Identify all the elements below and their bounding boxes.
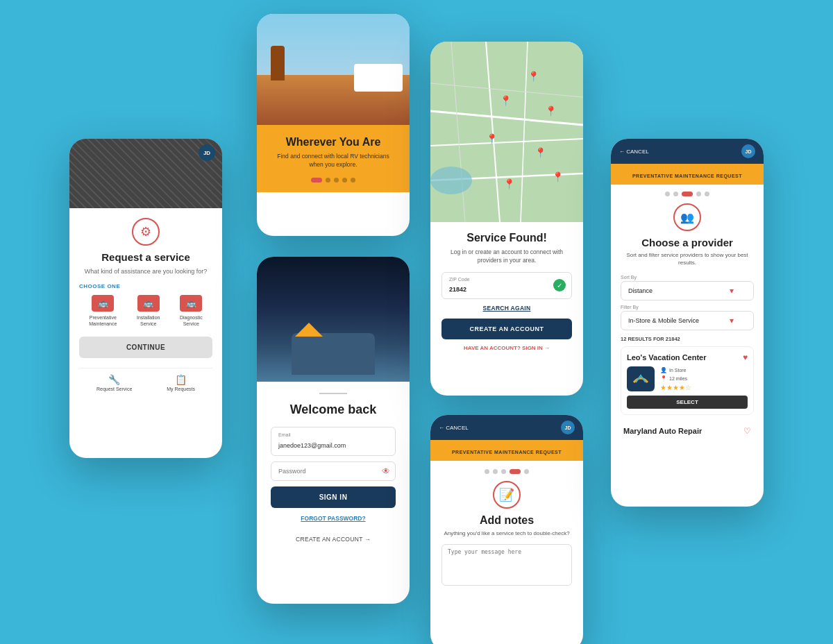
notes-dot-4[interactable] (510, 469, 521, 474)
provider-top-bar: ← CANCEL JD (611, 139, 764, 164)
wherever-content: Wherever You Are Find and connect with l… (257, 125, 410, 192)
leos-distance-label: 12 miles (669, 376, 687, 381)
leos-select-button[interactable]: SELECT (627, 396, 748, 409)
pin-icon: 📍 (660, 375, 667, 382)
email-label: Email (278, 432, 388, 437)
sort-arrow-icon: ▾ (730, 286, 734, 296)
service-options: 🚌 PreventativeMaintenance 🚌 Installation… (79, 295, 212, 327)
provider-avatar-badge: JD (741, 144, 755, 158)
zip-label: ZIP Code (449, 277, 549, 282)
have-account-text: HAVE AN ACCOUNT? SIGN IN → (441, 345, 572, 351)
notes-bar-label: PREVENTATIVE MAINTENANCE REQUEST (452, 450, 562, 455)
option-installation[interactable]: 🚌 InstallationService (137, 295, 160, 327)
phone-request-service: JD ⚙ Request a service What kind of assi… (69, 139, 222, 458)
leos-logo (627, 366, 655, 391)
service-icon: ⚙ (132, 218, 160, 246)
rv-hero-image (257, 14, 410, 125)
option-preventative[interactable]: 🚌 PreventativeMaintenance (89, 295, 117, 327)
search-again-link[interactable]: SEARCH AGAIN (441, 305, 572, 312)
provider-yellow-bar: PREVENTATIVE MAINTENANCE REQUEST (611, 164, 764, 185)
notes-dot-5[interactable] (524, 469, 529, 474)
phone-service-found: 📍 📍 📍 📍 📍 📍 📍 Service Found! Log in or c… (430, 42, 583, 396)
provider-title: Choose a provider (621, 237, 754, 248)
dot-2[interactable] (326, 178, 330, 183)
preventative-label: PreventativeMaintenance (89, 314, 117, 327)
login-body: Welcome back Email janedoe123@gmail.com … (257, 382, 410, 554)
leos-details: 👤 In Store 📍 12 miles ★★★★☆ (660, 367, 748, 391)
map-svg: 📍 📍 📍 📍 📍 📍 📍 (430, 42, 583, 222)
option-diagnostic[interactable]: 🚌 DiagnosticService (180, 295, 203, 327)
night-hero-image (257, 257, 410, 382)
notes-body: 📝 Add notes Anything you'd like a servic… (430, 461, 583, 597)
dot-5[interactable] (351, 178, 355, 183)
maryland-name: Maryland Auto Repair (623, 427, 702, 435)
provider-dot-2[interactable] (673, 192, 678, 196)
notes-textarea[interactable] (441, 544, 572, 586)
notes-dot-1[interactable] (485, 469, 489, 474)
nav-requests-label: My Requests (167, 387, 195, 391)
notes-title: Add notes (441, 514, 572, 527)
provider-dot-5[interactable] (705, 192, 709, 196)
continue-button[interactable]: CONTINUE (79, 337, 212, 358)
password-input[interactable] (271, 461, 396, 481)
header-image: JD (69, 139, 222, 208)
leos-card-info: 👤 In Store 📍 12 miles ★★★★☆ (627, 366, 748, 391)
email-input-box[interactable]: Email janedoe123@gmail.com (271, 427, 396, 456)
dot-1[interactable] (311, 178, 322, 183)
provider-cancel-link[interactable]: ← CANCEL (619, 149, 649, 155)
notes-top-bar: ← CANCEL JD (430, 415, 583, 440)
wherever-subtitle: Find and connect with local RV technicia… (271, 153, 396, 169)
sign-in-button[interactable]: SIGN IN (271, 486, 396, 508)
create-account-button[interactable]: CREATE AN ACCOUNT (441, 319, 572, 339)
nav-request-service[interactable]: 🔧 Request Service (96, 374, 132, 391)
wherever-title: Wherever You Are (271, 136, 396, 149)
filter-arrow-icon: ▾ (730, 316, 734, 325)
maryland-heart-icon[interactable]: ♡ (743, 426, 751, 436)
leos-name-text: Leo's Vacation Center (627, 353, 707, 362)
filter-value: In-Store & Mobile Service (628, 317, 699, 324)
request-service-subtitle: What kind of assistance are you looking … (79, 267, 212, 276)
notes-dot-2[interactable] (493, 469, 498, 474)
notes-yellow-bar: PREVENTATIVE MAINTENANCE REQUEST (430, 440, 583, 461)
service-found-title: Service Found! (441, 232, 572, 244)
leos-heart-icon[interactable]: ♥ (743, 353, 748, 362)
svg-text:📍: 📍 (486, 133, 498, 145)
svg-text:📍: 📍 (503, 178, 516, 190)
notes-dot-3[interactable] (501, 469, 506, 474)
avatar-badge: JD (199, 144, 215, 161)
svg-text:📍: 📍 (545, 105, 557, 117)
forgot-password-link[interactable]: FORGOT PASSWORD? (271, 515, 396, 522)
email-value: janedoe123@gmail.com (278, 442, 346, 449)
provider-dot-4[interactable] (696, 192, 701, 196)
provider-dot-1[interactable] (665, 192, 670, 196)
sort-select[interactable]: Distance ▾ (621, 281, 754, 300)
leos-card-name: Leo's Vacation Center ♥ (627, 353, 748, 362)
create-account-link[interactable]: CREATE AN ACCOUNT → (271, 536, 396, 543)
provider-icon: 👥 (673, 203, 701, 231)
password-wrap: 👁 (271, 461, 396, 481)
dot-4[interactable] (342, 178, 347, 183)
dot-3[interactable] (334, 178, 339, 183)
nav-my-requests[interactable]: 📋 My Requests (167, 374, 195, 391)
zip-input-wrap[interactable]: ZIP Code 21842 ✓ (441, 272, 572, 299)
sort-value: Distance (628, 287, 653, 294)
installation-icon: 🚌 (137, 295, 160, 312)
leos-in-store-label: In Store (669, 368, 687, 373)
provider-progress-dots (621, 192, 754, 196)
wrench-icon: 🔧 (108, 374, 120, 385)
eye-icon[interactable]: 👁 (382, 466, 390, 476)
provider-dot-3[interactable] (682, 192, 693, 196)
notes-cancel-link[interactable]: ← CANCEL (439, 425, 469, 431)
bottom-navigation: 🔧 Request Service 📋 My Requests (79, 368, 212, 396)
notes-progress-dots (441, 469, 572, 474)
zip-value: 21842 (449, 286, 466, 293)
svg-text:📍: 📍 (528, 71, 540, 83)
svg-text:📍: 📍 (535, 147, 547, 159)
notes-icon: 📝 (493, 481, 521, 509)
sort-by-row: Sort By Distance ▾ (621, 275, 754, 300)
filter-select[interactable]: In-Store & Mobile Service ▾ (621, 311, 754, 330)
leos-stars: ★★★★☆ (660, 384, 748, 391)
request-service-title: Request a service (79, 251, 212, 263)
notes-subtitle: Anything you'd like a service tech to do… (441, 529, 572, 537)
service-found-section: Service Found! Log in or create an accou… (430, 222, 583, 361)
